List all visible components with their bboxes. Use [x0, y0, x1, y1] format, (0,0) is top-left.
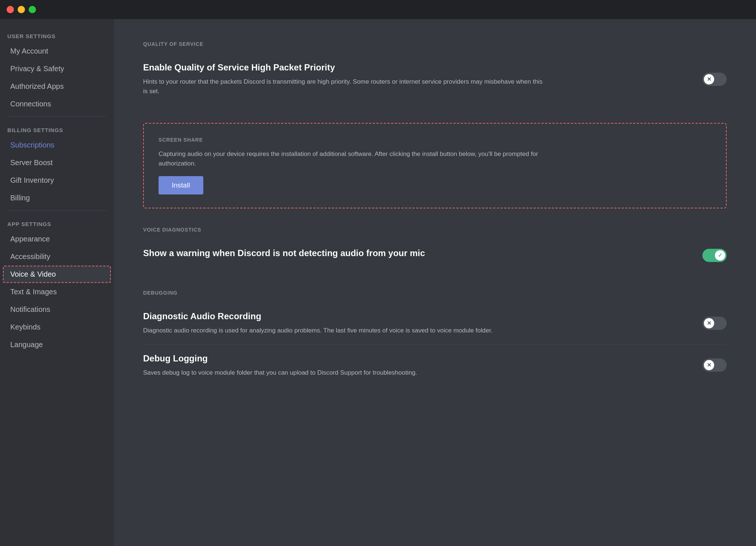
voice-diag-toggle-thumb: ✓: [715, 250, 725, 261]
debug-audio-row: Diagnostic Audio Recording Diagnostic au…: [143, 302, 727, 345]
debug-audio-title: Diagnostic Audio Recording: [143, 311, 688, 321]
debug-log-toggle[interactable]: ✕: [702, 358, 727, 372]
titlebar: [0, 0, 756, 19]
debug-audio-toggle-track[interactable]: ✕: [702, 317, 727, 330]
sidebar-item-billing[interactable]: Billing: [3, 189, 111, 207]
qos-toggle-thumb: ✕: [704, 74, 714, 84]
close-button[interactable]: [7, 6, 14, 13]
qos-toggle-track[interactable]: ✕: [702, 73, 727, 86]
debugging-section-label: DEBUGGING: [143, 290, 727, 296]
content-area: QUALITY OF SERVICE Enable Quality of Ser…: [114, 19, 756, 546]
debug-log-toggle-x-icon: ✕: [707, 362, 712, 368]
screenshare-desc: Capturing audio on your device requires …: [159, 149, 562, 168]
voice-diag-toggle-track[interactable]: ✓: [702, 249, 727, 262]
sidebar: USER SETTINGS My Account Privacy & Safet…: [0, 19, 114, 546]
install-button[interactable]: Install: [159, 176, 203, 194]
voice-diag-setting-row: Show a warning when Discord is not detec…: [143, 239, 727, 272]
minimize-button[interactable]: [18, 6, 25, 13]
debug-log-toggle-track[interactable]: ✕: [702, 358, 727, 372]
fullscreen-button[interactable]: [29, 6, 36, 13]
debug-log-title: Debug Logging: [143, 353, 688, 364]
screenshare-box: SCREEN SHARE Capturing audio on your dev…: [143, 123, 727, 208]
debug-log-text: Debug Logging Saves debug log to voice m…: [143, 353, 702, 378]
qos-toggle-x-icon: ✕: [707, 76, 712, 83]
debug-log-desc: Saves debug log to voice module folder t…: [143, 368, 547, 378]
debug-log-row: Debug Logging Saves debug log to voice m…: [143, 345, 727, 386]
app-settings-label: APP SETTINGS: [0, 214, 114, 230]
sidebar-item-connections[interactable]: Connections: [3, 95, 111, 113]
sidebar-item-voice-video[interactable]: Voice & Video: [3, 266, 111, 283]
voice-diag-title: Show a warning when Discord is not detec…: [143, 248, 688, 258]
screenshare-section-label: SCREEN SHARE: [159, 137, 711, 143]
sidebar-divider-2: [7, 210, 106, 211]
sidebar-item-language[interactable]: Language: [3, 336, 111, 353]
sidebar-item-authorized-apps[interactable]: Authorized Apps: [3, 78, 111, 95]
sidebar-item-my-account[interactable]: My Account: [3, 43, 111, 60]
sidebar-item-privacy-safety[interactable]: Privacy & Safety: [3, 60, 111, 77]
qos-title: Enable Quality of Service High Packet Pr…: [143, 62, 688, 73]
user-settings-label: USER SETTINGS: [0, 26, 114, 42]
sidebar-item-keybinds[interactable]: Keybinds: [3, 318, 111, 336]
billing-settings-label: BILLING SETTINGS: [0, 120, 114, 136]
debug-log-toggle-thumb: ✕: [704, 360, 714, 370]
voice-diag-toggle-check-icon: ✓: [718, 252, 723, 259]
voice-diag-section: VOICE DIAGNOSTICS Show a warning when Di…: [143, 227, 727, 272]
traffic-lights: [7, 6, 36, 13]
debug-audio-toggle-thumb: ✕: [704, 318, 714, 328]
qos-text: Enable Quality of Service High Packet Pr…: [143, 62, 702, 96]
debugging-section: DEBUGGING Diagnostic Audio Recording Dia…: [143, 290, 727, 386]
debug-audio-text: Diagnostic Audio Recording Diagnostic au…: [143, 311, 702, 335]
qos-setting-row: Enable Quality of Service High Packet Pr…: [143, 54, 727, 105]
sidebar-item-accessibility[interactable]: Accessibility: [3, 248, 111, 265]
debug-audio-desc: Diagnostic audio recording is used for a…: [143, 326, 547, 335]
sidebar-divider-1: [7, 116, 106, 117]
qos-desc: Hints to your router that the packets Di…: [143, 77, 547, 96]
sidebar-item-gift-inventory[interactable]: Gift Inventory: [3, 172, 111, 189]
sidebar-item-text-images[interactable]: Text & Images: [3, 283, 111, 301]
debug-audio-toggle-x-icon: ✕: [707, 320, 712, 327]
sidebar-item-subscriptions[interactable]: Subscriptions: [3, 136, 111, 154]
sidebar-item-appearance[interactable]: Appearance: [3, 230, 111, 248]
debug-audio-toggle[interactable]: ✕: [702, 317, 727, 330]
sidebar-item-notifications[interactable]: Notifications: [3, 301, 111, 318]
voice-diag-text: Show a warning when Discord is not detec…: [143, 248, 702, 263]
main-layout: USER SETTINGS My Account Privacy & Safet…: [0, 19, 756, 546]
qos-section: QUALITY OF SERVICE Enable Quality of Ser…: [143, 41, 727, 105]
sidebar-item-server-boost[interactable]: Server Boost: [3, 154, 111, 171]
qos-section-label: QUALITY OF SERVICE: [143, 41, 727, 47]
voice-diag-toggle[interactable]: ✓: [702, 249, 727, 262]
qos-toggle[interactable]: ✕: [702, 73, 727, 86]
voice-diag-section-label: VOICE DIAGNOSTICS: [143, 227, 727, 233]
